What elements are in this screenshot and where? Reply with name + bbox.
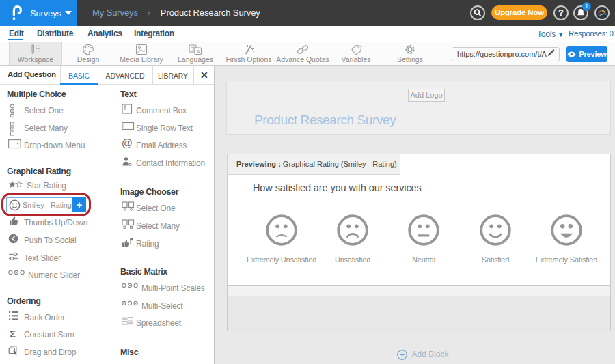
svg-text:A: A — [196, 48, 200, 55]
